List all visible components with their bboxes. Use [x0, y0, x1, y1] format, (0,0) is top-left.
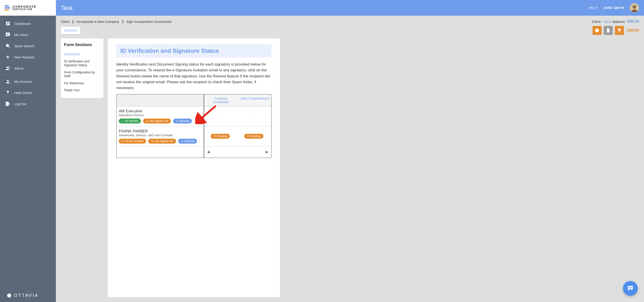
table-cell-status: - [238, 106, 271, 126]
sidebar-item-inbox[interactable]: My Inbox [0, 29, 56, 40]
svg-rect-3 [6, 24, 8, 26]
pill-id-not-verified: ID Not Verified [119, 139, 146, 144]
prev-button[interactable] [206, 150, 211, 154]
sidebar-item-label: New Request [14, 55, 34, 59]
svg-point-10 [7, 80, 8, 82]
history-icon [146, 120, 148, 122]
sidebar-item-account[interactable]: My Account [0, 76, 56, 87]
table-header-company-constitution[interactable]: Company Constitution [204, 94, 238, 106]
sidebar-item-search[interactable]: Quick Search [0, 40, 56, 52]
clock-icon [594, 28, 600, 33]
sidebar-item-help[interactable]: Help Center [0, 87, 56, 98]
table-cell-signatory: FRANK FARBER Shareholder, Director, UBO … [116, 126, 204, 146]
signatory-name: AW Executive [119, 109, 202, 114]
table-cell-status: - [204, 106, 238, 126]
crumb-client[interactable]: Client [61, 20, 69, 24]
form-sections-title: Form Sections [64, 42, 100, 47]
content: Form Sections Instructions ID Verificati… [56, 38, 644, 302]
resend-button[interactable]: Resend [178, 139, 197, 144]
table-cell-status: Pending [238, 126, 271, 146]
avatar[interactable] [630, 3, 639, 12]
sidebar-item-new-request[interactable]: New Request [0, 52, 56, 63]
balance-block: Client: Client Balance: S$0.00 [592, 19, 639, 24]
cart-icon [617, 28, 622, 33]
ottavia-label: OTTAVIA [14, 293, 39, 298]
search-icon [5, 44, 10, 48]
assign-button[interactable]: ASSIGN [61, 27, 80, 34]
pill-label: Resend [185, 140, 194, 143]
sidebar-item-logout[interactable]: Log Out [0, 98, 56, 110]
sidebar-item-label: Dashboard [14, 22, 31, 26]
pill-not-signed: Not Signed Yet [143, 118, 171, 124]
history-icon [151, 140, 154, 142]
table-footer-blank [116, 146, 204, 158]
svg-rect-2 [8, 23, 10, 25]
form-section-thank-you[interactable]: Thank You! [64, 87, 100, 94]
current-user-name[interactable]: JANE SMITH [603, 6, 624, 10]
crumb-process[interactable]: Incorporate a New Company [76, 20, 119, 24]
next-button[interactable] [264, 150, 269, 154]
signatory-role: Shareholder, Director, UBO and Controlle… [119, 134, 202, 137]
pill-label: Pending [251, 135, 261, 138]
svg-point-8 [6, 67, 8, 68]
svg-point-22 [618, 32, 619, 32]
pill-pending: Pending [211, 134, 230, 139]
pill-label: ID Verified [125, 120, 138, 122]
client-label: Client: [592, 20, 602, 24]
main: Task HELP JANE SMITH Client ❯ Incorporat… [56, 0, 644, 302]
chat-icon [627, 285, 634, 292]
brand-logo[interactable]: CORPORATE SERVICES.COM [0, 0, 56, 16]
pill-label: Resend [180, 120, 189, 122]
table-cell-status: Pending [204, 126, 238, 146]
sidebar-item-admin[interactable]: Admin [0, 63, 56, 74]
svg-line-5 [8, 46, 10, 48]
cart-button[interactable] [615, 26, 624, 35]
pill-not-signed: Not Signed Yet [148, 139, 176, 144]
dashboard-icon [5, 21, 10, 26]
table-footer-nav [204, 146, 271, 158]
svg-rect-26 [629, 288, 631, 288]
document-icon [606, 28, 611, 33]
history-icon [213, 135, 216, 138]
table-header-letter-of-appointment[interactable]: Letter of Appointment [238, 94, 271, 106]
sidebar-divider [0, 75, 56, 75]
chat-fab[interactable] [623, 281, 638, 296]
document-button[interactable] [604, 26, 613, 35]
form-section-reference[interactable]: For Reference [64, 80, 100, 87]
history-icon [247, 135, 250, 138]
form-section-config[interactable]: Form Configuration by Staff [64, 69, 100, 80]
pill-label: ID Not Verified [125, 140, 143, 143]
client-link[interactable]: Client [603, 20, 611, 24]
breadcrumb: Client ❯ Incorporate a New Company ❯ Sig… [56, 16, 644, 26]
topbar: Task HELP JANE SMITH [56, 0, 644, 16]
form-panel: ID Verification and Signature Status Ide… [108, 38, 280, 297]
form-sections-panel: Form Sections Instructions ID Verificati… [61, 38, 103, 98]
sidebar-item-label: My Inbox [14, 33, 28, 37]
form-section-id-verification[interactable]: ID Verification and Signature Status [64, 58, 100, 69]
sidebar: CORPORATE SERVICES.COM Dashboard My Inbo… [0, 0, 56, 302]
svg-rect-1 [8, 22, 10, 23]
sidebar-item-label: Help Center [14, 91, 32, 95]
resend-button[interactable]: Resend [173, 118, 192, 124]
section-heading: ID Verification and Signature Status [116, 44, 272, 58]
cart-total: S$0.00 [627, 28, 639, 33]
logout-icon [5, 101, 10, 106]
avatar-icon [630, 3, 639, 12]
crumb-task[interactable]: Sign Incorporation Documents [126, 20, 172, 24]
svg-point-4 [6, 44, 9, 47]
help-link[interactable]: HELP [589, 6, 598, 10]
chevron-right-icon: ❯ [122, 20, 124, 23]
form-section-instructions[interactable]: Instructions [64, 51, 100, 58]
sidebar-item-label: Log Out [14, 102, 26, 106]
svg-point-23 [620, 32, 621, 32]
sidebar-item-label: My Account [14, 80, 32, 84]
status-table: Company Constitution Letter of Appointme… [116, 94, 272, 158]
chevron-right-icon: ❯ [72, 20, 74, 23]
balance-amount: S$0.00 [627, 19, 639, 24]
sidebar-nav: Dashboard My Inbox Quick Search New Requ… [0, 16, 56, 289]
signatory-name: FRANK FARBER [119, 129, 202, 134]
section-body: Identity Verification and Document Signi… [116, 62, 272, 91]
sidebar-item-dashboard[interactable]: Dashboard [0, 18, 56, 29]
history-button[interactable] [592, 26, 602, 35]
sidebar-item-label: Quick Search [14, 44, 34, 48]
